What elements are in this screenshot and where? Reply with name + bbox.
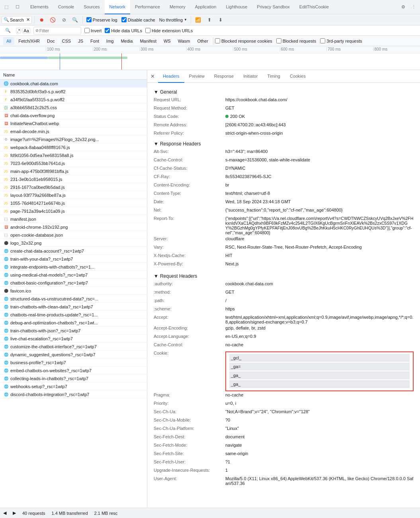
- tab-lighthouse[interactable]: Lighthouse: [221, 0, 252, 14]
- filter-icon[interactable]: ⊘: [59, 15, 69, 25]
- request-item-23[interactable]: 🌐 integrate-endpoints-with-chatbots?_rsc…: [0, 263, 147, 271]
- request-item-16[interactable]: JS page-7912a39a4c101a09.js: [0, 207, 147, 215]
- panel-tab-preview[interactable]: Preview: [184, 70, 209, 83]
- disable-cache-checkbox[interactable]: Disable cache: [120, 16, 156, 24]
- type-font[interactable]: Font: [87, 37, 102, 45]
- request-item-2[interactable]: F a34f9d1faa5f3315-s.p.woff2: [0, 96, 147, 104]
- request-item-4[interactable]: 🖼 chat-data-overflow.png: [0, 112, 147, 120]
- third-party-checkbox[interactable]: 3rd-party requests: [320, 38, 362, 43]
- type-js[interactable]: JS: [75, 37, 86, 45]
- blocked-response-cookies[interactable]: Blocked response cookies: [215, 38, 272, 43]
- type-img[interactable]: Img: [103, 37, 117, 45]
- close-search-icon[interactable]: ✕: [26, 17, 30, 22]
- request-item-27[interactable]: 🌐 structured-data-vs-unstrucutred-data?_…: [0, 295, 147, 303]
- general-section-title[interactable]: ▼ General: [154, 89, 414, 95]
- tab-application[interactable]: Application: [190, 0, 221, 14]
- request-item-14[interactable]: JS layout-93f779a2668be87a.js: [0, 191, 147, 199]
- sec-fetch-mode-row: Sec-Fetch-Mode: navigate: [154, 443, 414, 450]
- type-manifest[interactable]: Manifest: [137, 37, 160, 45]
- request-item-8[interactable]: JS webpack-8abaa0488ff81676.js: [0, 143, 147, 151]
- response-headers-section-title[interactable]: ▼ Response Headers: [154, 141, 414, 147]
- type-doc[interactable]: Doc: [44, 37, 58, 45]
- type-css[interactable]: CSS: [59, 37, 74, 45]
- download-icon[interactable]: ⬇: [216, 15, 225, 25]
- panel-tab-cookies[interactable]: Cookies: [285, 70, 311, 83]
- request-item-32[interactable]: 🌐 live-chat-escalation?_rsc=1wtp7: [0, 335, 147, 343]
- inspect-icon[interactable]: ⬚: [2, 2, 11, 12]
- panel-tab-initiator[interactable]: Initiator: [238, 70, 262, 83]
- request-item-20[interactable]: ⚫ logo_32x32.png: [0, 239, 147, 247]
- request-item-5[interactable]: 🖼 InitiateNewChatbot.webp: [0, 120, 147, 128]
- request-item-31[interactable]: 🌐 train-chatbots-with-json?_rsc=1wtp7: [0, 327, 147, 335]
- settings-icon[interactable]: ⚙: [399, 2, 408, 12]
- request-item-15[interactable]: JS 1055-76d4814271e6674b.js: [0, 199, 147, 207]
- search2-icon[interactable]: 🔍: [70, 15, 80, 25]
- request-item-10[interactable]: JS 7023-6e900d553bb7641d.js: [0, 159, 147, 167]
- request-item-9[interactable]: JS fd9d1056-0d5ea7ee683158a8.js: [0, 151, 147, 159]
- clear-icon[interactable]: 🚫: [48, 15, 58, 25]
- type-other[interactable]: Other: [194, 37, 211, 45]
- hide-data-urls-checkbox[interactable]: Hide data URLs: [105, 28, 142, 33]
- panel-tab-headers[interactable]: Headers: [158, 70, 184, 83]
- request-item-35[interactable]: 🌐 business-profile?_rsc=1wtp7: [0, 359, 147, 367]
- request-item-37[interactable]: 🌐 collecting-leads-in-chatbots?_rsc=1wtp…: [0, 375, 147, 383]
- request-item-30[interactable]: 🌐 debug-and-optimization-chatbots?_rsc=1…: [0, 319, 147, 327]
- request-headers-section-title[interactable]: ▼ Request Headers: [154, 273, 414, 279]
- request-item-11[interactable]: JS main-app-475b0f3f8981bffa.js: [0, 167, 147, 175]
- tab-privacy-sandbox[interactable]: Privacy Sandbox: [252, 0, 295, 14]
- request-item-24[interactable]: 🌐 using-medical-chat-models?_rsc=1wtp7: [0, 271, 147, 279]
- tab-performance[interactable]: Performance: [130, 0, 165, 14]
- blocked-requests[interactable]: Blocked requests: [276, 38, 316, 43]
- request-item-1[interactable]: F 8935352d0bfcf3a9-s.p.woff2: [0, 88, 147, 96]
- record-icon[interactable]: ⏺: [37, 15, 47, 25]
- request-item-25[interactable]: 🌐 chatbot-basic-configuration?_rsc=1wtp7: [0, 279, 147, 287]
- throttling-dropdown[interactable]: No throttling ▼: [158, 16, 188, 24]
- preserve-log-checkbox[interactable]: Preserve log: [85, 16, 119, 24]
- invert-checkbox[interactable]: Invert: [84, 28, 102, 33]
- request-item-7[interactable]: ⚙ image?url=%2Fimages%2Flogo_32x32.png..…: [0, 135, 147, 143]
- tab-editthiscookie[interactable]: EditThisCookie: [295, 0, 334, 14]
- request-item-19[interactable]: { } open-cookie-database.json: [0, 231, 147, 239]
- request-item-13[interactable]: JS 2916-1677ca0bed9b5dad.js: [0, 183, 147, 191]
- type-ws[interactable]: WS: [160, 37, 174, 45]
- more-icon[interactable]: ⋮: [409, 2, 418, 12]
- tab-network[interactable]: Network: [105, 0, 130, 14]
- request-item-33[interactable]: 🌐 customize-the-chatbot-interface?_rsc=1…: [0, 343, 147, 351]
- type-wasm[interactable]: Wasm: [175, 37, 193, 45]
- request-item-34[interactable]: 🌐 dynamic_suggested_questions?_rsc=1wtp7: [0, 351, 147, 359]
- tab-elements[interactable]: Elements: [25, 0, 53, 14]
- scroll-left[interactable]: ◀: [3, 510, 6, 516]
- hide-ext-urls-checkbox[interactable]: Hide extension URLs: [145, 28, 193, 33]
- request-item-28[interactable]: 🌐 train-chatbots-with-clean-data?_rsc=1w…: [0, 303, 147, 311]
- request-item-3[interactable]: {}} a3bbb658d12c2b25.css: [0, 104, 147, 112]
- upload-icon[interactable]: ⬆: [205, 15, 214, 25]
- request-item-38[interactable]: 🌐 webhooks-setup?_rsc=1wtp7: [0, 383, 147, 390]
- request-item-21[interactable]: 🌐 create-chat-data-account?_rsc=1wtp7: [0, 247, 147, 255]
- request-item-36[interactable]: 🌐 embed-chatbots-on-websites?_rsc=1wtp7: [0, 367, 147, 375]
- tab-sources[interactable]: Sources: [79, 0, 104, 14]
- scroll-right[interactable]: ▶: [13, 510, 16, 516]
- type-fetch-xhr[interactable]: Fetch/XHR: [15, 37, 43, 45]
- panel-tab-timing[interactable]: Timing: [262, 70, 285, 83]
- filter-input[interactable]: [39, 28, 71, 33]
- tab-memory[interactable]: Memory: [165, 0, 190, 14]
- request-item-0[interactable]: 🌐 cookbook.chat-data.com: [0, 80, 147, 88]
- request-item-17[interactable]: { } manifest.json: [0, 215, 147, 223]
- search-box[interactable]: 🔍 Search ✕: [2, 16, 32, 24]
- type-media[interactable]: Media: [117, 37, 136, 45]
- request-item-6[interactable]: JS email-decode.min.js: [0, 128, 147, 135]
- wifi-icon[interactable]: 📶: [193, 15, 203, 25]
- type-all[interactable]: All: [3, 37, 14, 45]
- request-item-26[interactable]: ⚫ favicon.ico: [0, 287, 147, 295]
- panel-tab-response[interactable]: Response: [209, 70, 239, 83]
- device-icon[interactable]: ☐: [13, 2, 22, 12]
- request-item-22[interactable]: 🌐 train-with-your-data?_rsc=1wtp7: [0, 255, 147, 263]
- close-panel-button[interactable]: ✕: [150, 73, 155, 79]
- filter-left-icon[interactable]: 🔍: [3, 26, 13, 35]
- tab-console[interactable]: Console: [53, 0, 79, 14]
- request-item-29[interactable]: 🌐 chatbots-real-time-products-update?_rs…: [0, 311, 147, 319]
- filter-input-box[interactable]: ⊘: [33, 27, 81, 35]
- request-item-12[interactable]: JS 231-3e0b1c81eb958015.js: [0, 175, 147, 183]
- request-item-39[interactable]: 🌐 discord-chatbots-integration?_rsc=1wtp…: [0, 390, 147, 398]
- request-item-18[interactable]: 🖼 android-chrome-192x192.png: [0, 223, 147, 231]
